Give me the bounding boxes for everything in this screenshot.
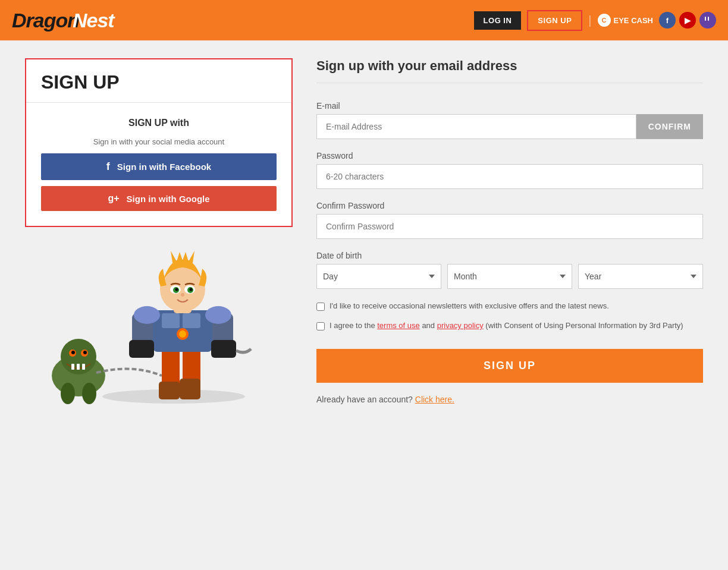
right-panel: Sign up with your email address E-mail C…: [316, 58, 703, 405]
terms-checkbox[interactable]: [316, 322, 325, 330]
terms-mid: and: [420, 321, 437, 330]
svg-point-14: [61, 383, 75, 404]
svg-rect-12: [77, 364, 80, 370]
password-group: Password: [316, 151, 703, 189]
svg-text:Dragon: Dragon: [12, 9, 79, 32]
logo-area: Dragon Nest: [12, 5, 119, 36]
form-title: Sign up with your email address: [316, 58, 703, 83]
year-select[interactable]: Year: [578, 264, 703, 289]
terms-label: I agree to the terms of use and privacy …: [330, 320, 683, 331]
twitch-header-icon[interactable]: [699, 12, 716, 29]
youtube-header-icon[interactable]: ▶: [679, 12, 696, 29]
svg-point-10: [83, 351, 87, 354]
svg-rect-16: [162, 346, 180, 388]
svg-rect-2: [705, 17, 706, 21]
confirm-password-group: Confirm Password: [316, 201, 703, 239]
svg-point-39: [205, 306, 231, 324]
signup-box-title: SIGN UP: [41, 71, 277, 93]
facebook-icon: f: [106, 160, 110, 173]
svg-rect-27: [129, 340, 154, 358]
eye-cash-label: EYE CASH: [614, 16, 653, 25]
svg-point-38: [134, 306, 160, 324]
signup-box-body: SIGN UP with Sign in with your social me…: [26, 103, 291, 226]
email-row: CONFIRM: [316, 114, 703, 139]
already-account-row: Already have an account? Click here.: [316, 395, 703, 404]
email-input[interactable]: [316, 114, 636, 139]
facebook-signin-button[interactable]: f Sign in with Facebook: [41, 153, 277, 180]
eye-cash-area: C EYE CASH: [598, 14, 653, 27]
social-signin-text: Sign in with your social media account: [41, 137, 277, 146]
confirm-password-input[interactable]: [316, 214, 703, 239]
svg-rect-3: [708, 17, 709, 21]
social-icons-header: f ▶: [659, 12, 716, 29]
newsletter-checkbox[interactable]: [316, 303, 325, 311]
svg-rect-21: [162, 313, 180, 328]
dob-label: Date of birth: [316, 251, 703, 260]
signup-box-header: SIGN UP: [26, 59, 291, 103]
newsletter-label: I'd like to receive occasional newslette…: [330, 301, 609, 311]
password-label: Password: [316, 151, 703, 160]
email-label: E-mail: [316, 101, 703, 111]
facebook-btn-label: Sign in with Facebook: [117, 162, 211, 172]
click-here-link[interactable]: Click here.: [415, 395, 454, 404]
month-select[interactable]: Month: [447, 264, 572, 289]
svg-rect-18: [159, 382, 180, 399]
svg-point-24: [179, 330, 186, 338]
password-input[interactable]: [316, 164, 703, 189]
google-signin-button[interactable]: g+ Sign in with Google: [41, 186, 277, 211]
svg-text:Nest: Nest: [73, 9, 115, 32]
newsletter-checkbox-group: I'd like to receive occasional newslette…: [316, 301, 703, 311]
svg-rect-11: [71, 364, 74, 370]
facebook-header-icon[interactable]: f: [659, 12, 676, 29]
character-illustration: [25, 239, 293, 405]
terms-link[interactable]: terms of use: [377, 321, 420, 330]
svg-rect-22: [183, 313, 200, 328]
signup-with-label: SIGN UP with: [41, 118, 277, 128]
dob-row: Day Month Year: [316, 264, 703, 289]
site-logo: Dragon Nest: [12, 5, 119, 36]
main-content: SIGN UP SIGN UP with Sign in with your s…: [13, 40, 715, 423]
svg-point-36: [190, 288, 193, 291]
svg-rect-13: [82, 364, 85, 370]
signup-header-button[interactable]: SIGN UP: [527, 10, 582, 31]
header-right: LOG IN SIGN UP | C EYE CASH f ▶: [474, 10, 716, 31]
signup-social-box: SIGN UP SIGN UP with Sign in with your s…: [25, 58, 293, 227]
svg-rect-19: [180, 379, 200, 399]
already-text: Already have an account?: [316, 395, 413, 404]
login-button[interactable]: LOG IN: [474, 11, 522, 30]
svg-point-15: [82, 383, 96, 404]
privacy-policy-link[interactable]: privacy policy: [437, 321, 484, 330]
eye-cash-icon: C: [598, 14, 611, 27]
svg-point-37: [181, 293, 184, 297]
svg-point-35: [175, 288, 178, 291]
terms-checkbox-group: I agree to the terms of use and privacy …: [316, 320, 703, 331]
svg-rect-28: [211, 340, 236, 358]
left-panel: SIGN UP SIGN UP with Sign in with your s…: [25, 58, 293, 405]
terms-suffix: (with Consent of Using Personal Informat…: [484, 321, 683, 330]
confirm-button[interactable]: CONFIRM: [636, 114, 703, 139]
dob-group: Date of birth Day Month Year: [316, 251, 703, 289]
header: Dragon Nest LOG IN SIGN UP | C EYE CASH …: [0, 0, 728, 40]
email-group: E-mail CONFIRM: [316, 101, 703, 139]
google-plus-icon: g+: [108, 193, 119, 204]
signup-main-button[interactable]: SIGN UP: [316, 349, 703, 383]
google-btn-label: Sign in with Google: [127, 194, 210, 204]
header-divider: |: [588, 14, 591, 27]
terms-prefix: I agree to the: [330, 321, 377, 330]
svg-point-9: [71, 351, 75, 354]
confirm-password-label: Confirm Password: [316, 201, 703, 210]
day-select[interactable]: Day: [316, 264, 441, 289]
